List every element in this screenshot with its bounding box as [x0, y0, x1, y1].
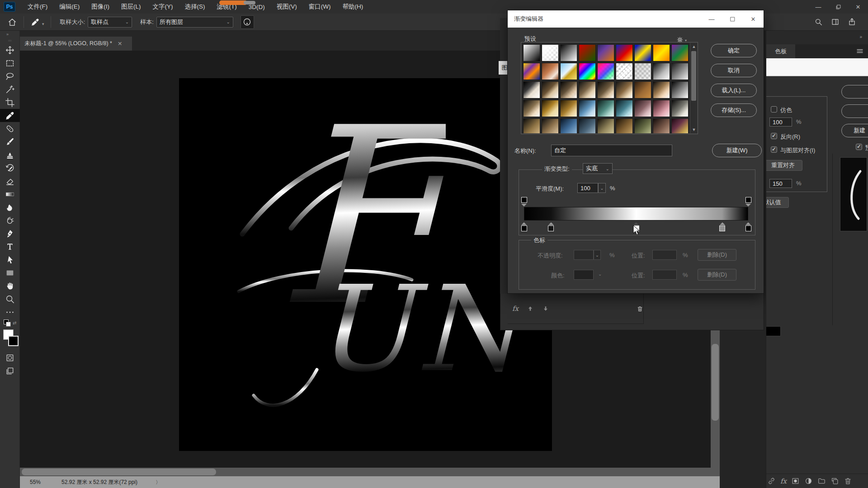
share-icon[interactable]: [848, 18, 856, 26]
gradient-preset[interactable]: [616, 118, 633, 133]
folder-icon[interactable]: [817, 477, 826, 485]
collapse-dock-chevrons[interactable]: »: [859, 34, 862, 39]
reset-alignment-button[interactable]: 重置对齐: [766, 160, 802, 171]
link-icon[interactable]: [767, 477, 776, 485]
gradient-preset[interactable]: [671, 118, 689, 133]
dialog-close-icon[interactable]: ✕: [743, 10, 764, 28]
chevron-down-icon[interactable]: ▾: [42, 22, 44, 26]
sample-dropdown[interactable]: 所有图层 ⌄: [156, 17, 233, 28]
healing-tool[interactable]: [0, 122, 20, 135]
stop-color-location-input[interactable]: [652, 270, 677, 280]
gradient-preset[interactable]: [616, 81, 633, 99]
gradient-preset[interactable]: [671, 100, 689, 117]
gradient-preset[interactable]: [523, 100, 540, 117]
smudge-tool[interactable]: [0, 201, 20, 214]
gradient-preset[interactable]: [653, 118, 670, 133]
gradient-preset[interactable]: [597, 44, 614, 61]
load-button[interactable]: 载入(L)...: [711, 84, 757, 97]
quick-mask-toggle[interactable]: [0, 351, 20, 364]
sampling-ring-toggle[interactable]: [241, 15, 254, 29]
gradient-preset[interactable]: [634, 44, 651, 61]
stop-color-swatch[interactable]: [574, 270, 594, 280]
gradient-preset[interactable]: [634, 81, 651, 99]
gradient-preset[interactable]: [542, 100, 559, 117]
eyedropper-tool[interactable]: [0, 109, 20, 122]
gradient-preset[interactable]: [671, 81, 689, 99]
fx-icon[interactable]: fx: [512, 305, 519, 313]
gradient-preset[interactable]: [653, 44, 670, 61]
scroll-down-icon[interactable]: ▼: [690, 127, 698, 133]
gradient-preset[interactable]: [560, 44, 577, 61]
screen-mode-toggle[interactable]: [0, 364, 20, 377]
ok-button[interactable]: 确定: [711, 44, 757, 57]
workspace-panels-icon[interactable]: [831, 18, 840, 26]
gradient-preset[interactable]: [523, 44, 540, 61]
menu-item[interactable]: 视图(V): [271, 0, 303, 14]
save-button[interactable]: 存储(S)...: [711, 103, 757, 117]
swatches-panel-tab[interactable]: 色板: [766, 44, 795, 58]
stamp-tool[interactable]: [0, 148, 20, 161]
layer-style-ok-button[interactable]: [841, 85, 868, 99]
color-stop[interactable]: [745, 225, 751, 231]
restore-button[interactable]: [828, 0, 848, 14]
gradient-preset[interactable]: [523, 63, 540, 80]
marquee-tool[interactable]: [0, 56, 20, 70]
burn-tool[interactable]: [0, 214, 20, 227]
adjustment-icon[interactable]: [804, 477, 813, 485]
pen-tool[interactable]: [0, 227, 20, 240]
reverse-checkbox[interactable]: [771, 133, 777, 139]
eyedropper-tool-icon[interactable]: [28, 15, 42, 29]
gradient-preset[interactable]: [579, 100, 596, 117]
menu-item[interactable]: 图像(I): [85, 0, 115, 14]
cancel-button[interactable]: 取消: [711, 64, 757, 77]
gradient-preset[interactable]: [542, 81, 559, 99]
dialog-minimize-icon[interactable]: —: [701, 10, 722, 28]
gradient-preset[interactable]: [560, 63, 577, 80]
presets-scrollbar-thumb[interactable]: [691, 51, 696, 101]
gradient-preset[interactable]: [616, 63, 633, 80]
stop-opacity-chevron[interactable]: ⌄: [594, 250, 601, 260]
new-style-button[interactable]: 新建: [841, 124, 868, 137]
stop-location-input[interactable]: [652, 250, 677, 260]
toolbar-grip[interactable]: [0, 38, 19, 43]
gradient-preset[interactable]: [542, 118, 559, 133]
minimize-button[interactable]: —: [808, 0, 828, 14]
color-stop[interactable]: [521, 225, 527, 231]
panel-menu-icon[interactable]: [856, 47, 864, 55]
background-color-swatch[interactable]: [8, 336, 19, 346]
menu-item[interactable]: 文件(F): [22, 0, 53, 14]
presets-scrollbar[interactable]: ▲ ▼: [690, 43, 697, 133]
close-button[interactable]: ✕: [848, 0, 868, 14]
gradient-preset[interactable]: [560, 100, 577, 117]
move-effect-down-icon[interactable]: [542, 304, 549, 313]
status-chevron-icon[interactable]: 〉: [156, 479, 160, 486]
gradient-preset[interactable]: [579, 63, 596, 80]
close-tab-icon[interactable]: ✕: [118, 40, 122, 47]
menu-item[interactable]: 帮助(H): [336, 0, 369, 14]
wand-tool[interactable]: [0, 83, 20, 96]
gradient-preset[interactable]: [542, 44, 559, 61]
gradient-preset[interactable]: [653, 81, 670, 99]
delete-opacity-stop-button[interactable]: 删除(D): [698, 249, 736, 261]
gradient-name-input[interactable]: 自定: [551, 145, 672, 156]
dialog-title-bar[interactable]: 渐变编辑器 — ✕: [508, 10, 764, 28]
history-brush-tool[interactable]: [0, 161, 20, 174]
gradient-preset[interactable]: [579, 118, 596, 133]
scale-input[interactable]: 150: [769, 179, 792, 188]
horizontal-scrollbar-thumb[interactable]: [22, 469, 216, 475]
gradient-preset[interactable]: [616, 44, 633, 61]
canvas[interactable]: F UN: [179, 78, 552, 451]
gradient-preset[interactable]: [579, 44, 596, 61]
dialog-maximize-icon[interactable]: [722, 10, 743, 28]
type-tool[interactable]: [0, 240, 20, 253]
gradient-preset[interactable]: [542, 63, 559, 80]
delete-color-stop-button[interactable]: 删除(D): [698, 269, 736, 281]
path-select-tool[interactable]: [0, 253, 20, 266]
gradient-preset[interactable]: [671, 44, 689, 61]
gradient-preset[interactable]: [616, 100, 633, 117]
menu-item[interactable]: 选择(S): [179, 0, 211, 14]
gradient-preset[interactable]: [597, 81, 614, 99]
opacity-stop[interactable]: [745, 197, 751, 203]
gradient-tool[interactable]: [0, 188, 20, 201]
gradient-preset[interactable]: [597, 118, 614, 133]
